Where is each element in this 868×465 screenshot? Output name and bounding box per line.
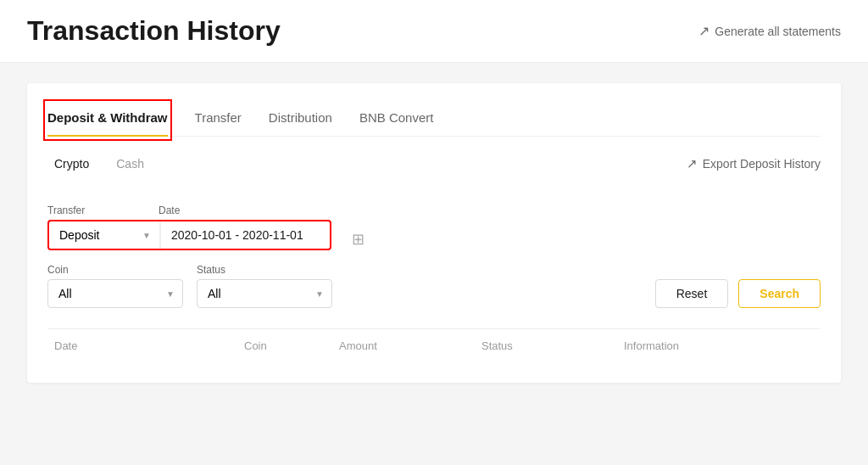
sub-tabs-left: Crypto Cash <box>47 154 151 174</box>
calendar-wrapper: ⊞ <box>345 230 364 250</box>
filter-row-1: TransferDate Deposit Withdraw ⊞ <box>47 191 821 250</box>
date-range-input[interactable] <box>161 221 330 249</box>
sub-tab-crypto[interactable]: Crypto <box>47 154 96 174</box>
transaction-card: Deposit & Withdraw Transfer Distribution… <box>27 83 841 383</box>
tab-bnb-convert[interactable]: BNB Convert <box>359 104 434 137</box>
coin-select[interactable]: All <box>47 279 183 308</box>
status-filter-group: Status All <box>197 264 332 308</box>
col-amount: Amount <box>339 339 481 352</box>
tab-transfer[interactable]: Transfer <box>195 104 242 137</box>
export-icon: ↗ <box>698 23 709 39</box>
transfer-label-top: Transfer <box>47 204 159 216</box>
tab-distribution[interactable]: Distribution <box>269 104 332 137</box>
deposit-date-highlighted-box: Deposit Withdraw <box>47 220 331 250</box>
generate-statements-label: Generate all statements <box>715 25 841 38</box>
sub-tab-cash[interactable]: Cash <box>109 154 151 174</box>
status-select-wrapper: All <box>197 279 332 308</box>
page-header: Transaction History ↗ Generate all state… <box>0 0 868 63</box>
tab-deposit-withdraw[interactable]: Deposit & Withdraw <box>47 104 168 137</box>
col-date: Date <box>54 339 244 352</box>
main-tabs: Deposit & Withdraw Transfer Distribution… <box>47 104 821 137</box>
coin-select-wrapper: All <box>47 279 183 308</box>
status-select[interactable]: All <box>197 279 332 308</box>
table-header: Date Coin Amount Status Information <box>47 328 821 362</box>
col-status: Status <box>481 339 624 352</box>
date-filter-group-inner <box>161 221 330 249</box>
transfer-select-wrapper: Deposit Withdraw <box>49 221 160 249</box>
col-coin: Coin <box>244 339 339 352</box>
search-button[interactable]: Search <box>738 279 821 308</box>
main-content: Deposit & Withdraw Transfer Distribution… <box>0 63 868 403</box>
status-label: Status <box>197 264 332 276</box>
coin-label: Coin <box>47 264 183 276</box>
transfer-select[interactable]: Deposit Withdraw <box>49 221 159 249</box>
filter-row-2: Coin All Status All Reset Search <box>47 264 821 308</box>
col-information: Information <box>624 339 814 352</box>
export-deposit-history-button[interactable]: ↗ Export Deposit History <box>687 156 821 171</box>
export-icon: ↗ <box>687 156 698 171</box>
sub-tabs-bar: Crypto Cash ↗ Export Deposit History <box>47 154 821 174</box>
date-label-top: Date <box>159 204 320 216</box>
page-title: Transaction History <box>27 15 281 47</box>
generate-statements-link[interactable]: ↗ Generate all statements <box>698 23 841 39</box>
action-buttons: Reset Search <box>655 279 821 308</box>
reset-button[interactable]: Reset <box>655 279 729 308</box>
calendar-icon[interactable]: ⊞ <box>352 230 364 249</box>
coin-filter-group: Coin All <box>47 264 183 308</box>
transfer-filter-group: TransferDate Deposit Withdraw <box>47 204 331 250</box>
